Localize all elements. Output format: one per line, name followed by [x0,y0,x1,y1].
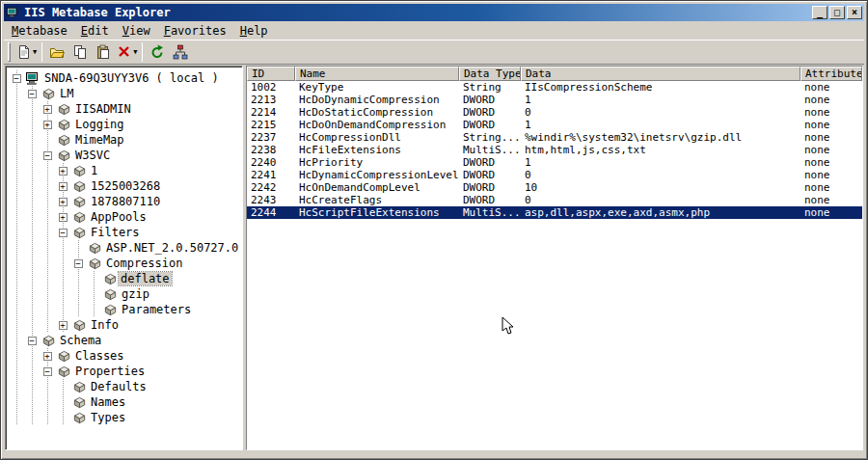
delete-button[interactable]: ▼ [115,41,139,63]
collapse-toggle[interactable]: − [24,333,40,348]
paste-button[interactable] [92,41,115,63]
tree-guide-line [9,209,24,225]
table-row-2241[interactable]: 2241HcDynamicCompressionLevelDWORD0none [247,169,862,181]
tree-guide-line [9,410,24,425]
refresh-button[interactable] [146,41,169,63]
tree-node-classes[interactable]: +Classes [9,348,242,364]
tree-guide-line [24,256,40,271]
tree-node-asp-net-2-0-50727-0[interactable]: ASP.NET_2.0.50727.0 [9,240,242,256]
table-row-2244[interactable]: 2244HcScriptFileExtensionsMultiS...asp,d… [247,206,862,219]
tree-connector [86,271,101,286]
open-button[interactable] [45,41,68,63]
cell: %windir%\system32\inetsrv\gzip.dll [521,131,800,144]
collapse-toggle[interactable]: − [40,148,55,163]
menu-favorites[interactable]: Favorites [157,23,233,39]
expand-toggle[interactable]: + [40,101,55,117]
collapse-toggle[interactable]: − [55,225,70,240]
table-row-2240[interactable]: 2240HcPriorityDWORD1none [247,156,862,169]
tree-node-1525003268[interactable]: +1525003268 [9,178,242,194]
table-row-2215[interactable]: 2215HcDoOnDemandCompressionDWORD1none [247,119,862,131]
maximize-button[interactable]: □ [829,6,845,19]
tree-node-types[interactable]: Types [9,410,242,425]
tree-guide-line [24,163,40,178]
tree-guide-line [9,364,24,379]
table-row-2238[interactable]: 2238HcFileExtensionsMultiS...htm,html,js… [247,144,862,156]
new-record-button[interactable]: ▼ [14,41,39,63]
tree-node-compression[interactable]: −Compression [9,256,242,271]
collapse-toggle[interactable]: − [40,364,55,379]
table-row-2237[interactable]: 2237HcCompressionDllString...%windir%\sy… [247,131,862,144]
title-bar[interactable]: IIS Metabase Explorer _□× [4,4,864,21]
table-row-2243[interactable]: 2243HcCreateFlagsDWORD0none [247,194,862,206]
tree-guide-line [55,271,70,286]
column-header-id[interactable]: ID [247,67,295,81]
tree-node-1[interactable]: +1 [9,163,242,178]
open-icon [49,44,65,60]
tree-guide-line [9,194,24,209]
db-icon [86,240,103,256]
db-icon [70,225,88,240]
menu-view[interactable]: View [116,23,157,39]
expand-toggle[interactable]: + [40,117,55,132]
tree-node-info[interactable]: +Info [9,317,242,333]
tree-guide-line [24,132,40,148]
tree-node-parameters[interactable]: Parameters [9,302,242,317]
tree-node-lm[interactable]: −LM [9,86,242,101]
column-header-attributes[interactable]: Attributes [800,67,862,81]
collapse-toggle[interactable]: − [24,86,40,101]
table-row-2242[interactable]: 2242HcOnDemandCompLevelDWORD10none [247,181,862,194]
connect-button[interactable] [169,41,192,63]
tree-node-defaults[interactable]: Defaults [9,379,242,394]
tree-node-apppools[interactable]: +AppPools [9,209,242,225]
tree-node-iisadmin[interactable]: +IISADMIN [9,101,242,117]
cell: 0 [521,194,800,206]
cell: none [800,119,862,131]
menu-metabase[interactable]: Metabase [5,23,74,39]
tree-guide-line [40,209,55,225]
tree-guide-line [24,148,40,163]
cell: HcDoDynamicCompression [295,94,459,106]
column-header-name[interactable]: Name [295,67,459,81]
expand-toggle[interactable]: + [55,317,70,333]
tree-guide-line [9,286,24,302]
tree-node-label: IISADMIN [72,102,134,116]
toolbar-grip[interactable] [8,42,11,62]
tree-node-1878807110[interactable]: +1878807110 [9,194,242,209]
tree-node-deflate[interactable]: deflate [9,271,242,286]
minimize-button[interactable]: _ [812,6,827,19]
db-icon [101,302,119,317]
tree-node-mimemap[interactable]: MimeMap [9,132,242,148]
tree-node-logging[interactable]: +Logging [9,117,242,132]
collapse-toggle[interactable]: − [70,256,86,271]
tree-node-gzip[interactable]: gzip [9,286,242,302]
cell: 2237 [247,131,295,144]
expand-toggle[interactable]: + [55,194,70,209]
tree-node-filters[interactable]: −Filters [9,225,242,240]
menu-help[interactable]: Help [233,23,275,39]
tree-node-snda-69q3uyy3v6-local[interactable]: −SNDA-69Q3UYY3V6 ( local ) [9,70,242,86]
cell: HcScriptFileExtensions [295,206,459,219]
table-row-2213[interactable]: 2213HcDoDynamicCompressionDWORD1none [247,94,862,106]
expand-toggle[interactable]: + [55,163,70,178]
tree-node-properties[interactable]: −Properties [9,364,242,379]
tree-guide-line [40,163,55,178]
tree-node-w3svc[interactable]: −W3SVC [9,148,242,163]
tree-node-names[interactable]: Names [9,394,242,410]
column-header-data-type[interactable]: Data Type [459,67,521,81]
table-row-2214[interactable]: 2214HcDoStaticCompressionDWORD0none [247,106,862,119]
tree-guide-line [9,348,24,364]
expand-toggle[interactable]: + [55,209,70,225]
column-header-data[interactable]: Data [521,67,800,81]
expand-toggle[interactable]: + [40,348,55,364]
cell: asp,dll,aspx,exe,axd,asmx,php [521,206,800,219]
menu-edit[interactable]: Edit [74,23,116,39]
tree-node-schema[interactable]: −Schema [9,333,242,348]
table-row-1002[interactable]: 1002KeyTypeStringIIsCompressionSchemenon… [247,81,862,94]
tree-node-label: Logging [72,118,127,131]
cell: HcCompressionDll [295,131,459,144]
copy-button[interactable] [68,41,92,63]
collapse-toggle[interactable]: − [9,70,24,86]
expand-toggle[interactable]: + [55,178,70,194]
close-button[interactable]: × [847,6,862,19]
computer-icon [24,70,41,86]
